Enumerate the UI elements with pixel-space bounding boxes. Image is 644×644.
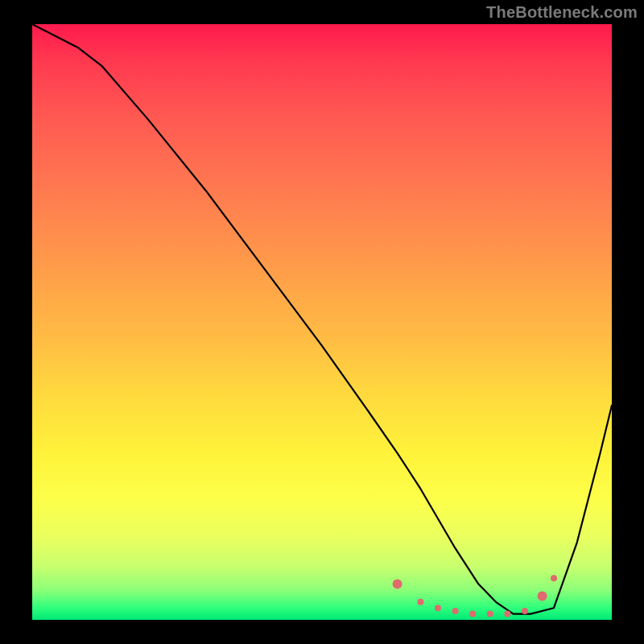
highlight-dot: [538, 591, 547, 601]
highlight-dot: [452, 608, 459, 614]
highlight-dot: [551, 575, 557, 581]
highlight-dot: [487, 611, 493, 617]
watermark-text: TheBottleneck.com: [486, 3, 638, 22]
chart-overlay: [32, 24, 612, 620]
bottleneck-curve: [32, 24, 612, 614]
highlight-points: [393, 575, 557, 617]
chart-frame: TheBottleneck.com: [0, 0, 644, 644]
highlight-dot: [469, 611, 476, 617]
highlight-dot: [504, 611, 510, 617]
highlight-dot: [393, 580, 402, 589]
highlight-dot: [417, 599, 423, 605]
highlight-dot: [435, 605, 441, 611]
highlight-dot: [522, 608, 528, 614]
